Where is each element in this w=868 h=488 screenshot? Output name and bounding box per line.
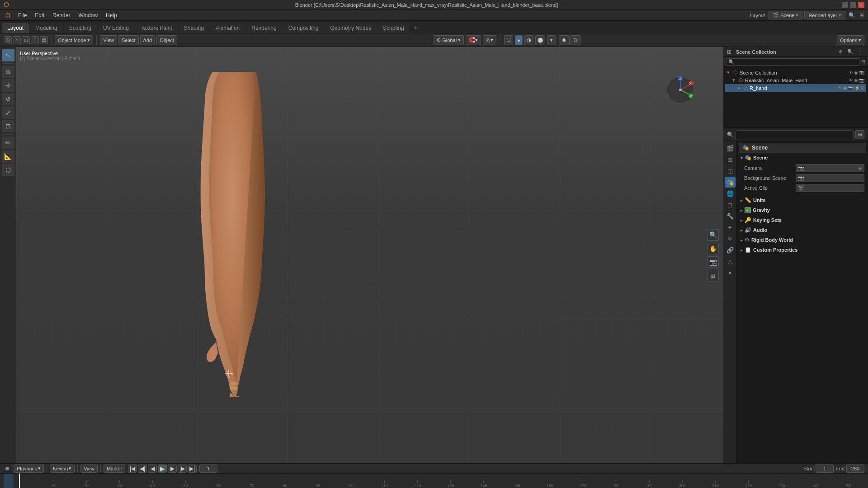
outliner-search-input[interactable] bbox=[726, 58, 859, 66]
tab-scripting[interactable]: Scripting bbox=[377, 23, 410, 33]
outliner-menu-btn[interactable]: ⋮ bbox=[856, 48, 864, 56]
tab-layout[interactable]: Layout bbox=[2, 23, 29, 33]
view-menu[interactable]: View bbox=[100, 35, 117, 45]
scene-section-toggle[interactable]: ▾ 🎭 Scene bbox=[739, 153, 866, 162]
view-menu-btn[interactable]: View bbox=[80, 465, 98, 473]
editor-icon-5[interactable]: ▤ bbox=[40, 36, 48, 44]
tool-annotate[interactable]: ✏ bbox=[2, 136, 14, 149]
keying-sets-toggle[interactable]: ▸ 🔑 Keying Sets bbox=[739, 216, 866, 225]
vis-eye-icon-2[interactable]: 👁 bbox=[849, 78, 853, 83]
timeline-playhead[interactable] bbox=[19, 474, 20, 488]
props-tab-render[interactable]: 🎬 bbox=[725, 143, 736, 154]
shading-material[interactable]: ◑ bbox=[524, 35, 533, 45]
prev-keyframe-btn[interactable]: ◀| bbox=[138, 465, 147, 473]
menu-window[interactable]: Window bbox=[75, 11, 101, 19]
custom-props-toggle[interactable]: ▸ 📋 Custom Properties bbox=[739, 245, 866, 254]
close-button[interactable]: ✕ bbox=[858, 2, 864, 8]
shading-solid[interactable]: ● bbox=[515, 35, 523, 45]
current-frame-input[interactable] bbox=[199, 465, 217, 473]
tool-measure[interactable]: 📐 bbox=[2, 150, 14, 163]
add-workspace-button[interactable]: + bbox=[410, 22, 421, 33]
outliner-item-hand-collection[interactable]: ▾ ⬡ Realistic_Asian_Male_Hand 👁 ◉ 📷 bbox=[725, 76, 866, 84]
vis-eye-icon[interactable]: 👁 bbox=[849, 70, 853, 75]
props-tab-object[interactable]: ◻ bbox=[725, 199, 736, 210]
props-tab-material[interactable]: ● bbox=[725, 267, 736, 278]
next-keyframe-btn[interactable]: |▶ bbox=[178, 465, 187, 473]
props-filter-btn[interactable]: ⊟ bbox=[855, 130, 864, 139]
shading-options[interactable]: ▾ bbox=[547, 35, 556, 45]
vis-restrict-icon-3[interactable]: ◉ bbox=[843, 85, 847, 90]
outliner-search-btn[interactable]: 🔍 bbox=[846, 48, 854, 56]
tab-shading[interactable]: Shading bbox=[179, 23, 209, 33]
tool-cursor[interactable]: ⊕ bbox=[2, 66, 14, 78]
props-tab-world[interactable]: 🌐 bbox=[725, 188, 736, 199]
snap-btn[interactable]: 🧲▾ bbox=[466, 35, 481, 45]
layout-label[interactable]: Layout bbox=[750, 13, 765, 18]
tab-geometry-nodes[interactable]: Geometry Nodes bbox=[325, 23, 377, 33]
render-layer-selector[interactable]: RenderLayer ▾ bbox=[804, 11, 845, 19]
select-menu[interactable]: Select bbox=[118, 35, 139, 45]
props-tab-modifiers[interactable]: 🔧 bbox=[725, 211, 736, 221]
bg-scene-value-field[interactable]: 📷 bbox=[796, 174, 864, 182]
grid-btn[interactable]: ⊞ bbox=[707, 270, 719, 282]
tool-rotate[interactable]: ↺ bbox=[2, 93, 14, 105]
viewport[interactable]: User Perspective (1) Scene Collection | … bbox=[16, 47, 723, 463]
camera-value-field[interactable]: 📷 ⊕ bbox=[796, 164, 864, 172]
tab-compositing[interactable]: Compositing bbox=[283, 23, 324, 33]
vis-render-icon-2[interactable]: 📷 bbox=[859, 78, 864, 83]
tool-add[interactable]: ⬡ bbox=[2, 164, 14, 176]
editor-icon-3[interactable]: ◻ bbox=[22, 36, 30, 44]
tool-scale[interactable]: ⤢ bbox=[2, 106, 14, 119]
add-menu[interactable]: Add bbox=[140, 35, 156, 45]
keying-menu-btn[interactable]: Keying ▾ bbox=[50, 465, 75, 473]
camera-btn[interactable]: 📷 bbox=[707, 256, 719, 268]
props-tab-data[interactable]: △ bbox=[725, 256, 736, 267]
tool-move[interactable]: ✛ bbox=[2, 79, 14, 92]
xray-btn[interactable]: ⧉ bbox=[571, 35, 580, 45]
play-btn[interactable]: ▶ bbox=[158, 465, 167, 473]
tool-transform[interactable]: ⊡ bbox=[2, 120, 14, 132]
shading-render[interactable]: ⬤ bbox=[535, 35, 545, 45]
jump-start-btn[interactable]: |◀ bbox=[128, 465, 137, 473]
props-tab-physics[interactable]: ⚛ bbox=[725, 233, 736, 244]
jump-end-btn[interactable]: ▶| bbox=[188, 465, 197, 473]
vis-extra-icon-2[interactable]: ⊞ bbox=[861, 85, 864, 90]
outliner-item-r-hand[interactable]: ▸ △ R_hand 👁 ◉ 📷 ⚡ ⊞ bbox=[725, 84, 866, 92]
props-tab-constraints[interactable]: 🔗 bbox=[725, 244, 736, 255]
vis-extra-icon[interactable]: ⚡ bbox=[854, 85, 860, 90]
shading-wire[interactable]: ☐ bbox=[504, 35, 513, 45]
tab-animation[interactable]: Animation bbox=[210, 23, 245, 33]
outliner-filter-btn[interactable]: ⊕ bbox=[836, 48, 844, 56]
mode-dropdown[interactable]: Object Mode ▾ bbox=[55, 35, 93, 45]
object-menu[interactable]: Object bbox=[156, 35, 177, 45]
props-tab-scene[interactable]: 🎭 bbox=[725, 177, 736, 188]
tool-select[interactable]: ↖ bbox=[2, 49, 14, 61]
editor-icon-4[interactable]: ⋮ bbox=[31, 36, 39, 44]
props-tab-view-layer[interactable]: ◫ bbox=[725, 165, 736, 176]
marker-menu-btn[interactable]: Marker bbox=[104, 465, 125, 473]
menu-help[interactable]: Help bbox=[102, 11, 121, 19]
outliner-item-scene-collection[interactable]: ▾ ⬡ Scene Collection 👁 ◉ 📷 bbox=[725, 69, 866, 76]
menu-file[interactable]: File bbox=[14, 11, 30, 19]
zoom-in-btn[interactable]: 🔍 bbox=[707, 229, 719, 241]
scene-selector[interactable]: 🎬 Scene ▾ bbox=[769, 11, 802, 19]
menu-blender[interactable]: ⬡ bbox=[2, 11, 14, 19]
vis-restrict-icon-2[interactable]: ◉ bbox=[854, 78, 858, 83]
start-frame-input[interactable] bbox=[816, 465, 834, 473]
viewport-gizmo[interactable]: X Y Z bbox=[665, 74, 696, 106]
proportional-btn[interactable]: ◎▾ bbox=[483, 35, 496, 45]
maximize-button[interactable]: □ bbox=[850, 2, 856, 8]
menu-render[interactable]: Render bbox=[49, 11, 74, 19]
step-back-btn[interactable]: ◀ bbox=[148, 465, 157, 473]
camera-eyedropper[interactable]: ⊕ bbox=[858, 165, 862, 171]
vis-render-icon-3[interactable]: 📷 bbox=[848, 85, 854, 90]
search-btn[interactable]: 🔍 bbox=[847, 11, 856, 20]
vis-eye-icon-3[interactable]: 👁 bbox=[838, 85, 842, 90]
tab-uv-editing[interactable]: UV Editing bbox=[98, 23, 134, 33]
playback-menu-btn[interactable]: Playback ▾ bbox=[14, 465, 44, 473]
outliner-filter-icon[interactable]: ⊟ bbox=[861, 59, 865, 65]
editor-icon-2[interactable]: ○ bbox=[13, 36, 21, 44]
props-search-input[interactable] bbox=[736, 130, 854, 139]
gravity-section-toggle[interactable]: ▸ ✓ Gravity bbox=[739, 206, 866, 215]
editor-icon-1[interactable]: ⬡ bbox=[4, 36, 12, 44]
